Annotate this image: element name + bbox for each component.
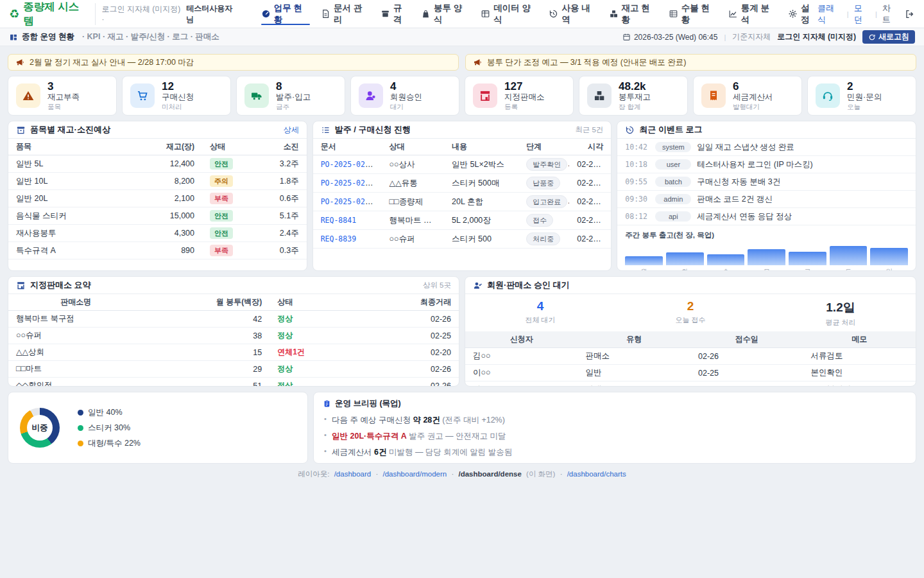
store-last-trade: 02-20 (360, 344, 459, 361)
nav-settings[interactable]: 설정 (788, 0, 817, 28)
stat-label: 평균 처리 (766, 318, 916, 328)
weekly-bars (625, 246, 908, 265)
memo: 본인확인 (803, 365, 916, 381)
document-link[interactable]: PO-2025-0216 (321, 197, 374, 206)
kpi-value: 2 (847, 80, 882, 93)
col-header: 유형 (578, 331, 691, 348)
history-icon (549, 9, 558, 19)
footer-link-modern[interactable]: /dashboard/modern (382, 470, 447, 478)
megaphone-icon (15, 58, 24, 67)
panel-title: 발주 / 구매신청 진행 (335, 124, 411, 136)
document-link[interactable]: PO-2025-0217 (321, 179, 374, 188)
kpi-value: 48.2k (619, 80, 651, 93)
inventory-row: 일반 10L 8,200 주의 1.8주 (8, 173, 307, 190)
item-status: 부족 (202, 242, 253, 259)
rows-icon (669, 9, 678, 19)
approval-stats: 4 전체 대기 2 오늘 접수 1.2일 평균 처리 (465, 294, 916, 331)
item-name: 특수규격 A (8, 242, 128, 259)
view-classic-link[interactable]: 클래식 (817, 3, 842, 26)
event-log-panel: 최근 이벤트 로그 10:42 system 일일 재고 스냅샷 생성 완료 1… (617, 121, 916, 271)
item-name: 일반 10L (8, 173, 128, 190)
nav-label: 봉투 양식 (434, 3, 470, 26)
item-burn: 2.4주 (253, 225, 307, 242)
legend-dot (78, 441, 83, 446)
footer-link-dashboard[interactable]: /dashboard (334, 470, 372, 478)
nav-inventory-status[interactable]: 재고 현황 (609, 0, 658, 28)
event-time: 09:30 (625, 195, 649, 204)
received-date: 02-25 (690, 365, 803, 381)
event-row: 09:55 batch 구매신청 자동 분배 3건 (617, 173, 916, 191)
store-row: ○○슈퍼 38 정상 02-25 (8, 328, 459, 344)
store-name: △△상회 (8, 344, 144, 361)
region-value: 로그인 지자체 (미지정) (777, 31, 856, 42)
stage-badge: 접수 (526, 214, 553, 227)
kpi-label: 봉투재고 (619, 92, 651, 103)
kpi-designated-stores[interactable]: 127지정판매소등록 (465, 76, 574, 116)
status-text: 정상 (277, 381, 293, 387)
store-monthly: 38 (144, 328, 270, 344)
nav-data-forms[interactable]: 데이터 양식 (481, 0, 538, 28)
kpi-value: 6 (733, 80, 773, 93)
nav-ledger-status[interactable]: 수불 현황 (669, 0, 717, 28)
kpi-tax-invoices[interactable]: 6세금계산서발행대기 (693, 76, 802, 116)
document-link[interactable]: REQ-8839 (321, 234, 356, 243)
warning-triangle-icon (16, 83, 40, 108)
separator: | (875, 10, 877, 18)
view-chart-link[interactable]: 차트 (882, 3, 898, 26)
gauge-icon (261, 9, 271, 19)
store-monthly: 51 (144, 378, 270, 387)
nav-work-status[interactable]: 업무 현황 (261, 0, 310, 28)
order-time: 02-26 09:05 (569, 174, 611, 193)
col-header: 문서 (313, 139, 382, 155)
view-modern-link[interactable]: 모던 (854, 3, 870, 26)
col-header: 판매소명 (8, 294, 144, 311)
nav-usage-history[interactable]: 사용 내역 (549, 0, 597, 28)
event-time: 08:12 (625, 212, 649, 221)
refresh-button[interactable]: 새로고침 (862, 30, 915, 44)
col-header: 시각 (569, 139, 611, 155)
kpi-value: 8 (276, 80, 311, 93)
status-badge: 안전 (210, 210, 233, 222)
briefing-list: 다음 주 예상 구매신청 약 28건 (전주 대비 +12%) 일반 20L·특… (314, 411, 916, 464)
app-logo[interactable]: ♻ 종량제 시스템 (9, 0, 89, 28)
order-stage: 접수 (518, 211, 569, 230)
legend-label: 일반 40% (88, 407, 123, 418)
nav-label: 데이터 양식 (493, 3, 538, 26)
order-row: PO-2025-0216 □□종량제 20L 혼합 입고완료 02-25 16:… (313, 193, 612, 211)
document-link[interactable]: PO-2025-0218 (321, 160, 374, 169)
stat-label: 오늘 접수 (615, 315, 766, 325)
nav-statistics[interactable]: 통계 분석 (728, 0, 777, 28)
event-message: 일일 재고 스냅샷 생성 완료 (697, 142, 794, 153)
bar-금 (789, 252, 826, 265)
stage-badge: 입고완료 (526, 195, 567, 208)
applicant-type: 판매소 (578, 348, 691, 365)
item-burn: 0.3주 (253, 242, 307, 259)
order-doc: PO-2025-0216 (313, 193, 382, 211)
nav-document-mgmt[interactable]: 문서 관리 (321, 0, 370, 28)
briefing-text: 세금계산서 (332, 448, 374, 457)
kpi-low-stock[interactable]: 3재고부족품목 (8, 76, 117, 116)
bag-icon (421, 9, 431, 19)
kpi-value: 3 (47, 80, 80, 93)
kpi-orders-inbound[interactable]: 8발주·입고금주 (236, 76, 345, 116)
order-row: PO-2025-0217 △△유통 스티커 500매 납품중 02-26 09:… (313, 174, 612, 193)
bar-월 (625, 256, 663, 265)
logout-icon[interactable] (905, 9, 915, 19)
order-stage: 발주확인 (518, 155, 569, 174)
donut-center-label: 비중 (27, 415, 53, 441)
inventory-panel: 품목별 재고·소진예상 상세 품목 재고(장) 상태 소진 일반 5L 12,4… (8, 121, 307, 271)
store-row: △△상회 15 연체1건 02-20 (8, 344, 459, 361)
kpi-inquiries[interactable]: 2민원·문의오늘 (807, 76, 916, 116)
kpi-bag-inventory[interactable]: 48.2k봉투재고장 합계 (579, 76, 688, 116)
view-switcher: 클래식 | 모던 | 차트 (817, 3, 915, 26)
order-content: 20L 혼합 (444, 193, 518, 211)
briefing-text: 발주 권고 — 안전재고 미달 (407, 432, 506, 441)
kpi-member-approvals[interactable]: 4회원승인대기 (350, 76, 459, 116)
nav-specs[interactable]: 규격 (381, 0, 410, 28)
notice-banner: 봉투 단가 조정 예고 — 3/1 적용 예정 (안내문 배포 완료) (465, 54, 916, 71)
footer-link-charts[interactable]: /dashboard/charts (567, 470, 626, 478)
nav-bag-forms[interactable]: 봉투 양식 (421, 0, 470, 28)
document-link[interactable]: REQ-8841 (321, 216, 356, 225)
inventory-detail-link[interactable]: 상세 (284, 125, 299, 136)
kpi-purchase-requests[interactable]: 12구매신청미처리 (122, 76, 231, 116)
